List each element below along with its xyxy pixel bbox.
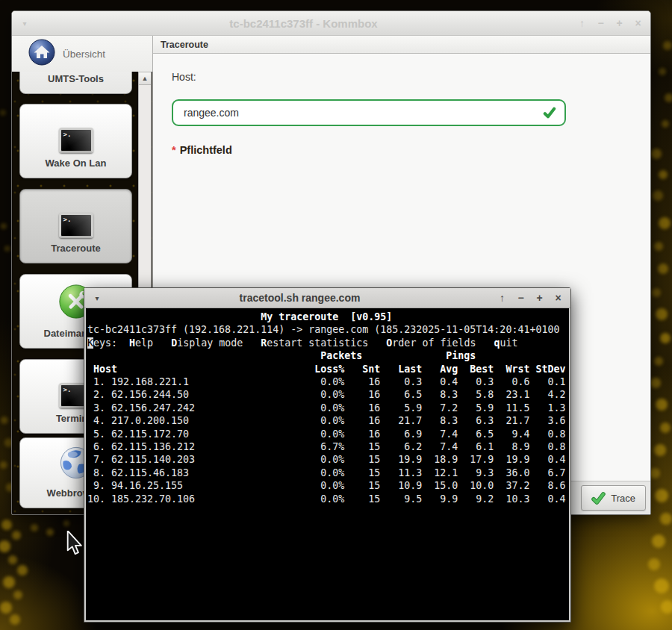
terminal-icon: >. — [59, 213, 93, 238]
shade-button[interactable]: ↑ — [573, 18, 591, 28]
prompt-glyph: >. — [63, 386, 72, 393]
tracetool-window: ▾ tracetool.sh rangee.com ↑ − + × My tra… — [84, 287, 571, 623]
window-menu-icon[interactable]: ▾ — [87, 294, 107, 302]
required-field-note: *Pflichtfeld — [172, 144, 650, 156]
sidebar-item-overview[interactable]: Übersicht — [12, 36, 152, 72]
minimize-button[interactable]: − — [511, 293, 530, 303]
sidebar-item-overview-label: Übersicht — [63, 49, 105, 60]
sidebar-item-traceroute-label: Traceroute — [51, 243, 100, 254]
close-button[interactable]: × — [629, 18, 647, 28]
sidebar-item-traceroute[interactable]: >. Traceroute — [19, 189, 132, 263]
required-text: Pflichtfeld — [180, 144, 232, 156]
window-menu-icon[interactable]: ▾ — [15, 19, 34, 28]
tracetool-titlebar[interactable]: ▾ tracetool.sh rangee.com ↑ − + × — [84, 288, 570, 308]
required-asterisk: * — [172, 144, 176, 156]
sidebar-item-umts-tools-label: UMTS-Tools — [48, 73, 104, 84]
trace-button[interactable]: Trace — [581, 485, 646, 511]
valid-check-icon — [543, 106, 556, 119]
terminal-icon: >. — [59, 128, 93, 153]
sidebar-item-wake-on-lan[interactable]: >. Wake On Lan — [19, 104, 132, 178]
maximize-button[interactable]: + — [610, 18, 629, 28]
wallpaper-bokeh — [0, 0, 1, 1]
sidebar-item-wake-on-lan-label: Wake On Lan — [46, 158, 107, 169]
shade-button[interactable]: ↑ — [493, 293, 511, 303]
mouse-cursor-icon — [66, 531, 83, 559]
close-button[interactable]: × — [549, 293, 567, 303]
minimize-button[interactable]: − — [591, 18, 610, 28]
host-input[interactable] — [172, 99, 566, 126]
prompt-glyph: >. — [63, 131, 72, 138]
scroll-up-icon[interactable]: ▲ — [139, 72, 151, 85]
sidebar-item-umts-tools[interactable]: UMTS-Tools — [19, 72, 132, 94]
tracetool-window-title: tracetool.sh rangee.com — [107, 292, 493, 304]
mtr-output: My traceroute [v0.95] tc-bc2411c373ff (1… — [86, 308, 569, 505]
trace-button-label: Trace — [611, 493, 635, 504]
tab-traceroute[interactable]: Traceroute — [161, 40, 208, 50]
kommbox-titlebar[interactable]: ▾ tc-bc2411c373ff - Kommbox ↑ − + × — [12, 11, 650, 36]
terminal-screen[interactable]: My traceroute [v0.95] tc-bc2411c373ff (1… — [86, 308, 569, 620]
home-icon — [28, 39, 55, 69]
host-label: Host: — [172, 71, 650, 83]
maximize-button[interactable]: + — [530, 293, 549, 303]
check-icon — [591, 491, 606, 505]
prompt-glyph: >. — [63, 216, 72, 223]
tab-bar: Traceroute — [153, 36, 650, 54]
kommbox-window-title: tc-bc2411c373ff - Kommbox — [34, 17, 573, 30]
